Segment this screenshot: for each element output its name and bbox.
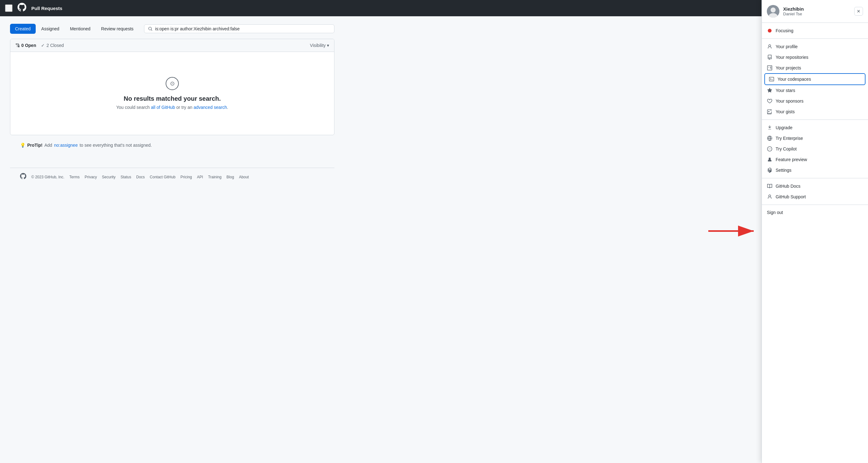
panel-section-upgrade: Upgrade Try Enterprise Try Copilot Featu… <box>762 120 868 178</box>
person-icon <box>767 44 773 49</box>
copyright: © 2023 GitHub, Inc. <box>31 175 64 179</box>
your-gists-label: Your gists <box>776 109 795 114</box>
project-icon <box>767 65 773 71</box>
tab-created[interactable]: Created <box>10 24 36 34</box>
panel-item-settings[interactable]: Settings <box>762 165 868 175</box>
hamburger-button[interactable] <box>5 4 12 12</box>
visibility-label: Visibility <box>310 43 326 48</box>
content-header-right: Visibility ▾ <box>310 43 329 48</box>
bulb-icon: 💡 <box>20 143 25 148</box>
avatar <box>767 5 779 18</box>
protip-label: ProTip! <box>27 143 42 148</box>
panel-close-button[interactable]: ✕ <box>854 7 863 15</box>
panel-item-upgrade[interactable]: Upgrade <box>762 122 868 133</box>
your-projects-label: Your projects <box>776 65 801 70</box>
filter-search-value: is:open is:pr author:Xiezhibin archived:… <box>155 26 240 31</box>
panel-item-focusing[interactable]: Focusing <box>762 25 868 36</box>
footer-status[interactable]: Status <box>121 175 131 179</box>
feature-preview-label: Feature preview <box>776 157 807 162</box>
closed-count: 2 Closed <box>46 43 64 48</box>
empty-title: No results matched your search. <box>124 95 221 102</box>
upgrade-icon <box>767 125 773 130</box>
focusing-label: Focusing <box>776 28 794 33</box>
panel-item-your-sponsors[interactable]: Your sponsors <box>762 96 868 106</box>
footer-privacy[interactable]: Privacy <box>85 175 97 179</box>
settings-label: Settings <box>776 168 792 173</box>
panel-item-feature-preview[interactable]: Feature preview <box>762 154 868 165</box>
panel-item-github-support[interactable]: GitHub Support <box>762 192 868 193</box>
upgrade-label: Upgrade <box>776 125 793 130</box>
checkmark-icon: ✓ <box>41 43 45 48</box>
try-copilot-label: Try Copilot <box>776 146 797 152</box>
main-content: Created Assigned Mentioned Review reques… <box>0 16 344 193</box>
repo-icon <box>767 55 773 60</box>
your-profile-label: Your profile <box>776 44 798 49</box>
tabs-container: Created Assigned Mentioned Review reques… <box>10 24 334 34</box>
footer: © 2023 GitHub, Inc. Terms Privacy Securi… <box>10 168 334 186</box>
your-repositories-label: Your repositories <box>776 55 808 60</box>
gist-icon <box>767 109 773 114</box>
tab-assigned[interactable]: Assigned <box>36 24 64 34</box>
filter-search[interactable]: is:open is:pr author:Xiezhibin archived:… <box>144 24 334 33</box>
gear-icon <box>767 167 773 173</box>
open-count: 0 Open <box>21 43 36 48</box>
empty-desc: You could search all of GitHub or try an… <box>116 105 228 110</box>
tab-review-requests[interactable]: Review requests <box>96 24 139 34</box>
user-dropdown-panel: Xiezhibin Daniel Tse ✕ Focusing Your pro… <box>762 0 868 193</box>
heart-icon <box>767 98 773 104</box>
open-closed-filter: 0 Open ✓ 2 Closed <box>16 43 64 48</box>
panel-header: Xiezhibin Daniel Tse ✕ <box>762 0 868 23</box>
visibility-dropdown[interactable]: Visibility ▾ <box>310 43 329 48</box>
your-stars-label: Your stars <box>776 88 795 93</box>
footer-docs[interactable]: Docs <box>136 175 145 179</box>
panel-item-your-gists[interactable]: Your gists <box>762 106 868 117</box>
codespace-icon <box>769 76 774 82</box>
open-filter[interactable]: 0 Open <box>16 43 36 48</box>
star-icon <box>767 88 773 93</box>
content-header: 0 Open ✓ 2 Closed Visibility ▾ <box>10 39 334 52</box>
panel-item-your-stars[interactable]: Your stars <box>762 85 868 96</box>
copilot-icon <box>767 146 773 152</box>
panel-item-your-projects[interactable]: Your projects <box>762 63 868 73</box>
chevron-down-icon: ▾ <box>327 43 329 48</box>
panel-fullname: Daniel Tse <box>783 11 850 16</box>
footer-logo <box>20 173 26 181</box>
panel-username: Xiezhibin <box>783 6 850 11</box>
tab-mentioned[interactable]: Mentioned <box>65 24 95 34</box>
closed-filter[interactable]: ✓ 2 Closed <box>41 43 64 48</box>
footer-pricing[interactable]: Pricing <box>180 175 192 179</box>
your-sponsors-label: Your sponsors <box>776 99 804 104</box>
beaker-icon <box>767 157 773 162</box>
try-enterprise-label: Try Enterprise <box>776 136 803 141</box>
footer-terms[interactable]: Terms <box>69 175 80 179</box>
panel-section-focusing: Focusing <box>762 23 868 39</box>
no-assignee-link[interactable]: no:assignee <box>54 143 78 148</box>
protip: 💡 ProTip! Add no:assignee to see everyth… <box>10 135 334 155</box>
globe-icon <box>767 135 773 141</box>
all-github-link[interactable]: all of GitHub <box>151 105 175 110</box>
panel-item-your-repositories[interactable]: Your repositories <box>762 52 868 63</box>
empty-icon: ⊙ <box>166 77 179 90</box>
footer-about[interactable]: About <box>239 175 249 179</box>
footer-training[interactable]: Training <box>208 175 221 179</box>
book-icon <box>767 183 773 189</box>
github-logo <box>18 3 26 13</box>
footer-security[interactable]: Security <box>102 175 116 179</box>
footer-api[interactable]: API <box>197 175 203 179</box>
panel-item-github-docs[interactable]: GitHub Docs <box>762 181 868 192</box>
page-title: Pull Requests <box>31 6 62 11</box>
panel-section-docs: GitHub Docs GitHub Support <box>762 178 868 193</box>
svg-point-3 <box>771 7 776 12</box>
focusing-icon <box>767 28 773 33</box>
content-area: 0 Open ✓ 2 Closed Visibility ▾ ⊙ No resu… <box>10 39 334 135</box>
github-docs-label: GitHub Docs <box>776 184 800 189</box>
advanced-search-link[interactable]: advanced search <box>193 105 227 110</box>
panel-item-try-copilot[interactable]: Try Copilot <box>762 143 868 154</box>
footer-contact[interactable]: Contact GitHub <box>150 175 175 179</box>
panel-item-try-enterprise[interactable]: Try Enterprise <box>762 133 868 143</box>
header: Pull Requests Type / to search / <box>0 0 868 16</box>
footer-blog[interactable]: Blog <box>226 175 234 179</box>
panel-item-your-codespaces[interactable]: Your codespaces <box>764 73 866 85</box>
panel-item-your-profile[interactable]: Your profile <box>762 41 868 52</box>
your-codespaces-label: Your codespaces <box>777 77 811 81</box>
